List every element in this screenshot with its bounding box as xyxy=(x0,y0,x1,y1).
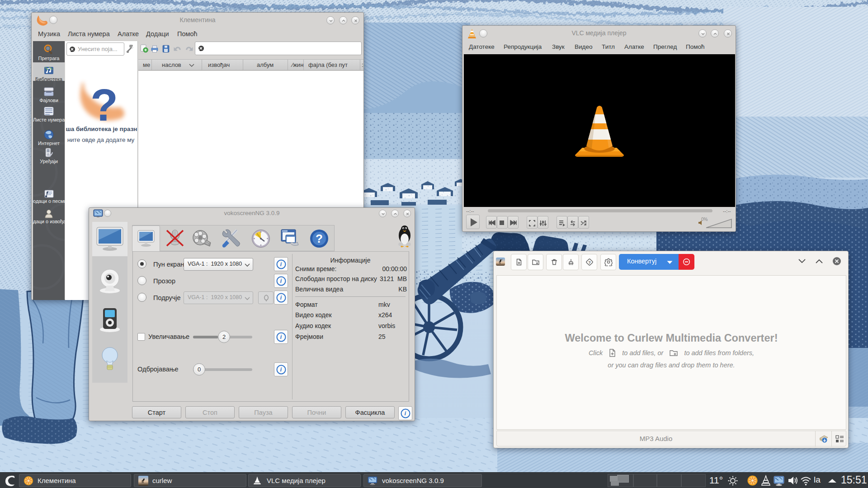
svg-text:?: ? xyxy=(588,260,591,265)
svg-text:?: ? xyxy=(316,232,323,245)
svg-text:?: ? xyxy=(90,80,118,130)
